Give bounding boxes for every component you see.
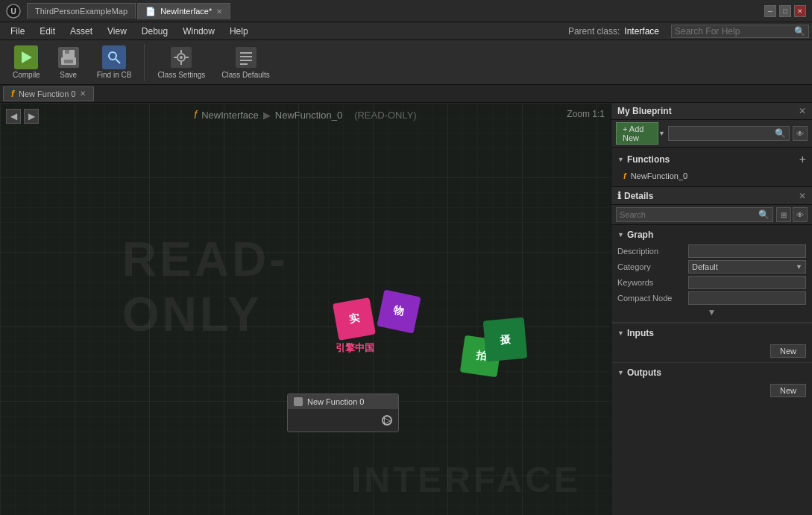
wm-tile-2: 物 bbox=[377, 289, 421, 333]
category-select[interactable]: Default ▼ bbox=[688, 260, 806, 274]
nav-forward-button[interactable]: ▶ bbox=[24, 109, 39, 124]
parent-class-value: Interface bbox=[624, 26, 659, 37]
details-search-field: 🔍 bbox=[616, 207, 773, 222]
graph-node-new-function[interactable]: New Function 0 ▷ bbox=[287, 394, 399, 432]
blueprint-search-input[interactable] bbox=[672, 129, 775, 138]
menu-window[interactable]: Window bbox=[175, 25, 222, 38]
inputs-header[interactable]: ▼ Inputs bbox=[617, 326, 806, 340]
function-tab-close-icon[interactable]: ✕ bbox=[80, 89, 86, 98]
details-grid-view-button[interactable]: ⊞ bbox=[776, 207, 791, 222]
menu-file[interactable]: File bbox=[3, 25, 32, 38]
find-in-cb-label: Find in CB bbox=[97, 71, 132, 79]
details-title: ℹ Details bbox=[617, 190, 653, 201]
menu-help[interactable]: Help bbox=[222, 25, 256, 38]
node-header: New Function 0 bbox=[288, 394, 398, 409]
tab-third-person[interactable]: ThirdPersonExampleMap bbox=[27, 3, 136, 19]
class-settings-button[interactable]: Class Settings bbox=[151, 42, 212, 83]
tab-third-person-label: ThirdPersonExampleMap bbox=[35, 7, 128, 16]
help-search-input[interactable] bbox=[675, 26, 794, 37]
menu-view[interactable]: View bbox=[100, 25, 134, 38]
expand-arrow-button[interactable]: ▼ bbox=[617, 307, 806, 317]
new-function-0-tab[interactable]: f New Function 0 ✕ bbox=[3, 86, 94, 101]
details-info-icon: ℹ bbox=[617, 190, 621, 201]
tab-close-icon[interactable]: ✕ bbox=[216, 7, 222, 16]
inputs-new-button[interactable]: New bbox=[770, 344, 806, 358]
class-settings-icon bbox=[169, 45, 193, 69]
search-icon[interactable]: 🔍 bbox=[794, 26, 805, 37]
svg-rect-17 bbox=[174, 57, 177, 58]
svg-rect-22 bbox=[240, 60, 252, 61]
toolbar-separator bbox=[144, 44, 145, 81]
menu-bar: File Edit Asset View Debug Window Help P… bbox=[0, 22, 812, 40]
breadcrumb-part2: NewFunction_0 bbox=[275, 110, 342, 121]
outputs-label: Outputs bbox=[627, 367, 661, 378]
functions-collapse-icon: ▼ bbox=[617, 156, 624, 163]
svg-rect-18 bbox=[186, 57, 189, 58]
wm-text: 引擎中国 bbox=[336, 341, 374, 355]
class-settings-label: Class Settings bbox=[157, 71, 205, 79]
function-item-new-function-0[interactable]: f NewFunction_0 bbox=[620, 170, 803, 182]
category-value: Default ▼ bbox=[688, 260, 806, 274]
menu-asset[interactable]: Asset bbox=[63, 25, 100, 38]
node-output-pin[interactable]: ▷ bbox=[382, 415, 392, 426]
blueprint-view-toggle-button[interactable]: 👁 bbox=[793, 126, 808, 141]
details-search-input[interactable] bbox=[620, 210, 758, 219]
find-in-cb-button[interactable]: Find in CB bbox=[90, 42, 139, 83]
blueprint-search-bar: 🔍 bbox=[668, 126, 790, 141]
parent-class: Parent class: Interface 🔍 bbox=[568, 25, 809, 38]
menu-edit[interactable]: Edit bbox=[32, 25, 63, 38]
compile-icon bbox=[14, 45, 38, 69]
my-blueprint-close-button[interactable]: ✕ bbox=[799, 106, 806, 116]
right-panel: My Blueprint ✕ + Add New ▼ 🔍 👁 ▼ Fu bbox=[611, 103, 812, 515]
functions-add-button[interactable]: + bbox=[799, 153, 806, 166]
parent-class-label: Parent class: bbox=[568, 26, 620, 37]
tab-new-interface[interactable]: 📄 NewInterface* ✕ bbox=[137, 3, 230, 19]
graph-section-collapse-icon: ▼ bbox=[617, 231, 624, 238]
details-close-button[interactable]: ✕ bbox=[799, 191, 806, 201]
blueprint-search-icon: 🔍 bbox=[775, 128, 786, 139]
description-input[interactable] bbox=[688, 244, 806, 258]
tab-blueprint-icon: 📄 bbox=[145, 7, 156, 16]
graph-section-header[interactable]: ▼ Graph bbox=[617, 228, 806, 241]
my-blueprint-panel: My Blueprint ✕ + Add New ▼ 🔍 👁 ▼ Fu bbox=[611, 103, 812, 187]
compile-label: Compile bbox=[13, 71, 40, 79]
add-new-dropdown-icon[interactable]: ▼ bbox=[658, 130, 665, 137]
menu-debug[interactable]: Debug bbox=[134, 25, 175, 38]
save-button[interactable]: Save bbox=[50, 42, 87, 83]
function-icon: f bbox=[623, 171, 626, 180]
function-list: f NewFunction_0 bbox=[614, 168, 809, 183]
function-name: NewFunction_0 bbox=[631, 171, 687, 180]
maximize-button[interactable]: □ bbox=[779, 5, 791, 17]
details-search-bar: 🔍 ⊞ 👁 bbox=[611, 205, 812, 225]
outputs-header[interactable]: ▼ Outputs bbox=[617, 366, 806, 379]
svg-rect-21 bbox=[240, 56, 252, 57]
functions-section-header[interactable]: ▼ Functions + bbox=[614, 151, 809, 168]
class-defaults-button[interactable]: Class Defaults bbox=[215, 42, 276, 83]
keywords-input[interactable] bbox=[688, 276, 806, 289]
inputs-content: New bbox=[617, 343, 806, 359]
graph-editor[interactable]: ◀ ▶ f NewInterface ▶ NewFunction_0 (READ… bbox=[0, 103, 611, 515]
breadcrumb-part1: NewInterface bbox=[201, 110, 259, 121]
function-tab-bar: f New Function 0 ✕ bbox=[0, 85, 812, 103]
nav-back-button[interactable]: ◀ bbox=[6, 109, 21, 124]
breadcrumb-separator: ▶ bbox=[263, 110, 271, 121]
svg-rect-25 bbox=[0, 103, 611, 515]
compile-button[interactable]: Compile bbox=[6, 42, 47, 83]
outputs-new-button[interactable]: New bbox=[770, 384, 806, 397]
compact-node-value bbox=[688, 291, 806, 305]
compact-node-input[interactable] bbox=[688, 291, 806, 305]
functions-label: ▼ Functions bbox=[617, 154, 670, 165]
svg-rect-20 bbox=[240, 52, 252, 54]
details-view-toggle-button[interactable]: 👁 bbox=[793, 207, 808, 222]
details-panel: ℹ Details ✕ 🔍 ⊞ 👁 ▼ Graph bbox=[611, 187, 812, 515]
inputs-collapse-icon: ▼ bbox=[617, 329, 624, 337]
add-new-button[interactable]: + Add New bbox=[616, 122, 658, 145]
outputs-section: ▼ Outputs New bbox=[611, 362, 812, 402]
main-layout: ◀ ▶ f NewInterface ▶ NewFunction_0 (READ… bbox=[0, 103, 812, 515]
graph-section-label: Graph bbox=[627, 230, 653, 240]
close-button[interactable]: ✕ bbox=[794, 5, 806, 17]
details-title-text: Details bbox=[624, 191, 653, 201]
minimize-button[interactable]: ─ bbox=[764, 5, 776, 17]
inputs-label: Inputs bbox=[627, 328, 654, 338]
function-tab-label: New Function 0 bbox=[19, 89, 75, 98]
